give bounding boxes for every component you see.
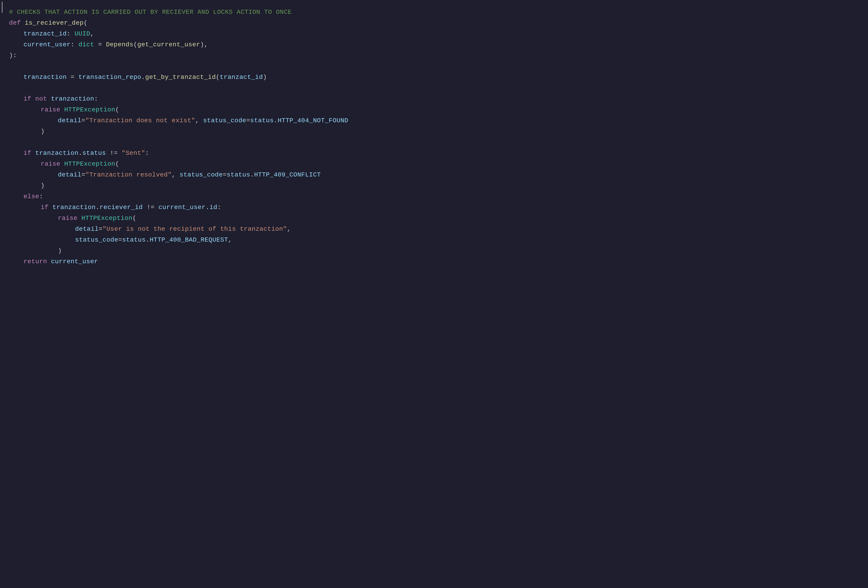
line-close1: )	[9, 126, 859, 137]
comment-text: # CHECKS THAT ACTION IS CARRIED OUT BY R…	[9, 7, 292, 18]
status-module1: status	[250, 115, 274, 126]
type-uuid: UUID	[75, 28, 90, 39]
class-httpexception-1: HTTPException	[64, 105, 115, 115]
keyword-if1: if	[24, 94, 35, 105]
line-param1: tranzact_id: UUID,	[9, 28, 859, 39]
keyword-raise1: raise	[41, 105, 64, 115]
line-raise3: raise HTTPException(	[9, 213, 859, 224]
http-400: HTTP_400_BAD_REQUEST	[150, 234, 228, 245]
keyword-not: not	[35, 94, 51, 105]
tranzaction-status: tranzaction	[35, 148, 78, 159]
attr-id: id	[210, 202, 217, 213]
line-assign: tranzaction = transaction_repo.get_by_tr…	[9, 72, 859, 83]
kw-detail3: detail	[75, 224, 99, 234]
line-def: def is_reciever_dep(	[9, 18, 859, 28]
method-get-by-tranzact-id: get_by_tranzact_id	[145, 72, 216, 83]
string-not-recipient: "User is not the recipient of this tranz…	[103, 224, 287, 234]
kw-detail1: detail	[58, 115, 81, 126]
line-raise1: raise HTTPException(	[9, 105, 859, 115]
string-resolved: "Tranzaction resolved"	[86, 169, 172, 180]
kw-status-code1: status_code	[203, 115, 246, 126]
code-editor: # CHECKS THAT ACTION IS CARRIED OUT BY R…	[0, 0, 868, 588]
type-dict: dict	[78, 39, 94, 50]
line-raise2: raise HTTPException(	[9, 159, 859, 169]
var-tranzaction-1: tranzaction	[51, 94, 94, 105]
current-user-id: current_user	[158, 202, 205, 213]
line-detail1: detail="Tranzaction does not exist", sta…	[9, 115, 859, 126]
func-name: is_reciever_dep	[25, 18, 83, 28]
attr-reciever-id: reciever_id	[99, 202, 143, 213]
keyword-if2: if	[24, 148, 35, 159]
class-httpexception-3: HTTPException	[81, 213, 133, 224]
text-cursor	[2, 2, 3, 13]
http-409: HTTP_409_CONFLICT	[254, 169, 321, 180]
code-content: # CHECKS THAT ACTION IS CARRIED OUT BY R…	[0, 4, 868, 270]
kw-status-code2: status_code	[180, 169, 223, 180]
line-detail2: detail="Tranzaction resolved", status_co…	[9, 169, 859, 180]
tranzaction-reciever: tranzaction	[52, 202, 96, 213]
line-empty-1	[9, 61, 859, 72]
kw-detail2: detail	[58, 169, 81, 180]
keyword-else: else	[24, 191, 39, 202]
http-404: HTTP_404_NOT_FOUND	[278, 115, 348, 126]
return-value: current_user	[51, 256, 98, 267]
line-detail3b: status_code=status.HTTP_400_BAD_REQUEST,	[9, 234, 859, 245]
class-httpexception-2: HTTPException	[64, 159, 115, 169]
string-does-not-exist: "Tranzaction does not exist"	[86, 115, 195, 126]
line-close2: )	[9, 180, 859, 191]
line-close-def: ):	[9, 50, 859, 61]
line-if3: if tranzaction.reciever_id != current_us…	[9, 202, 859, 213]
func-get-current-user: get_current_user	[137, 39, 200, 50]
keyword-return: return	[24, 256, 51, 267]
keyword-raise2: raise	[41, 159, 64, 169]
param-current-user: current_user	[24, 39, 71, 50]
func-depends: Depends	[106, 39, 134, 50]
kw-status-code3: status_code	[75, 234, 118, 245]
keyword-if3: if	[41, 202, 52, 213]
status-module2: status	[227, 169, 250, 180]
attr-status: status	[82, 148, 106, 159]
line-return: return current_user	[9, 256, 859, 267]
line-close3: )	[9, 245, 859, 256]
line-empty-3	[9, 137, 859, 148]
keyword-def: def	[9, 18, 25, 28]
line-detail3a: detail="User is not the recipient of thi…	[9, 224, 859, 234]
line-param2: current_user: dict = Depends(get_current…	[9, 39, 859, 50]
line-empty-2	[9, 83, 859, 94]
line-if2: if tranzaction.status != "Sent":	[9, 148, 859, 159]
line-comment: # CHECKS THAT ACTION IS CARRIED OUT BY R…	[9, 7, 859, 18]
param-tranzact-id: tranzact_id	[24, 28, 67, 39]
line-if1: if not tranzaction:	[9, 94, 859, 105]
string-sent: "Sent"	[122, 148, 145, 159]
line-else: else:	[9, 191, 859, 202]
keyword-raise3: raise	[58, 213, 81, 224]
arg-tranzact-id: tranzact_id	[220, 72, 263, 83]
var-tranzaction: tranzaction	[24, 72, 67, 83]
status-module3: status	[122, 234, 146, 245]
repo-name: transaction_repo	[78, 72, 141, 83]
